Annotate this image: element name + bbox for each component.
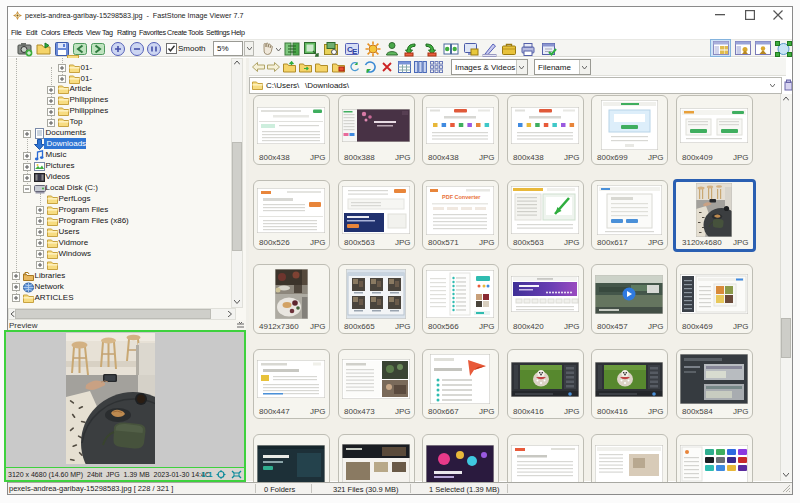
svg-text:E: E bbox=[352, 47, 358, 56]
svg-text:PDF Converter: PDF Converter bbox=[442, 194, 481, 200]
